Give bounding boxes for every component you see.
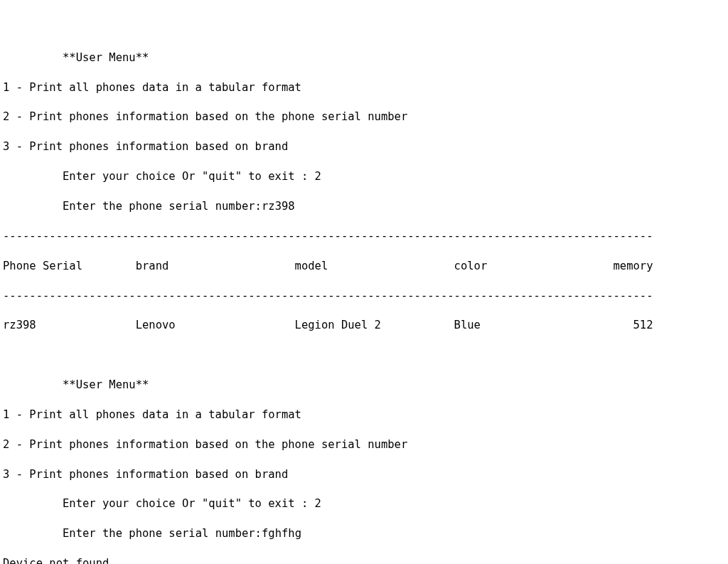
choice-prompt-2[interactable]: Enter your choice Or "quit" to exit : 2 (3, 496, 725, 511)
serial-prompt-2[interactable]: Enter the phone serial number:fghfhg (3, 526, 725, 541)
menu-title-2: **User Menu** (3, 378, 725, 393)
menu-option-2-2: 2 - Print phones information based on th… (3, 437, 725, 452)
menu-option-3-1: 3 - Print phones information based on br… (3, 139, 725, 154)
not-found-msg: Device not found. (3, 556, 725, 564)
table-row: rz398 Lenovo Legion Duel 2 Blue 512 (3, 318, 725, 333)
divider: ----------------------------------------… (3, 229, 725, 244)
table-header-1: Phone Serial brand model color memory (3, 259, 725, 274)
menu-option-3-2: 3 - Print phones information based on br… (3, 467, 725, 482)
serial-prompt-1[interactable]: Enter the phone serial number:rz398 (3, 199, 725, 214)
menu-option-2-1: 2 - Print phones information based on th… (3, 110, 725, 124)
blank (3, 348, 725, 363)
divider: ----------------------------------------… (3, 289, 725, 304)
choice-prompt-1[interactable]: Enter your choice Or "quit" to exit : 2 (3, 169, 725, 184)
menu-title-1: **User Menu** (3, 50, 725, 65)
menu-option-1-2: 1 - Print all phones data in a tabular f… (3, 408, 725, 422)
menu-option-1-1: 1 - Print all phones data in a tabular f… (3, 80, 725, 95)
